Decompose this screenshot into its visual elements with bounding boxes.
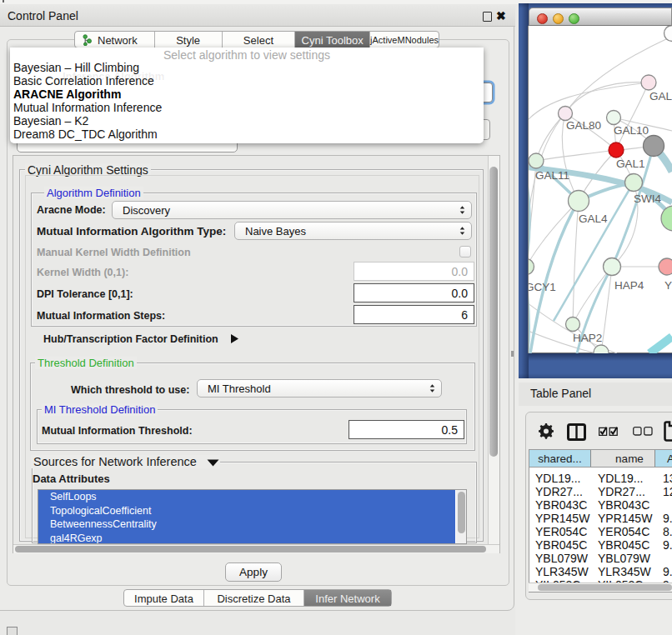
svg-text:GAL4: GAL4 — [579, 212, 608, 225]
svg-text:Y: Y — [664, 279, 672, 292]
svg-text:HAP2: HAP2 — [573, 332, 602, 344]
svg-text:GAL: GAL — [649, 90, 672, 102]
svg-text:GCY1: GCY1 — [529, 281, 556, 293]
svg-text:GAL10: GAL10 — [614, 124, 649, 137]
svg-text:GAL1: GAL1 — [616, 158, 645, 170]
svg-text:HAP4: HAP4 — [614, 279, 644, 292]
svg-text:GAL80: GAL80 — [566, 119, 601, 132]
svg-text:SWI4: SWI4 — [634, 192, 661, 205]
svg-text:GAL11: GAL11 — [535, 169, 569, 182]
